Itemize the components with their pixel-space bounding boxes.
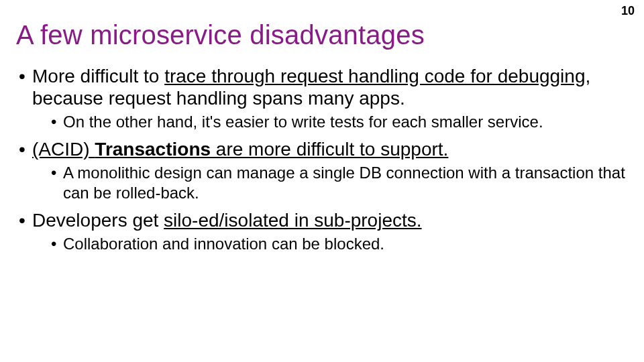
bullet-text-pre: (ACID)	[32, 139, 95, 160]
slide-title: A few microservice disadvantages	[16, 20, 628, 50]
bullet-text-pre: Developers get	[32, 210, 164, 231]
slide: 10 A few microservice disadvantages More…	[0, 0, 644, 362]
sub-bullet-list: Collaboration and innovation can be bloc…	[32, 234, 628, 253]
sub-bullet-list: On the other hand, it's easier to write …	[32, 112, 628, 131]
sub-bullet-item: Collaboration and innovation can be bloc…	[32, 234, 628, 253]
page-number: 10	[621, 4, 635, 18]
bullet-text-post: are more difficult to support.	[211, 139, 448, 160]
sub-bullet-list: A monolithic design can manage a single …	[32, 163, 628, 202]
bullet-text-pre: More difficult to	[32, 66, 164, 86]
bullet-text-bold: Transactions	[95, 139, 211, 160]
bullet-text-underlined: trace through request handling code for …	[164, 66, 585, 86]
bullet-item: More difficult to trace through request …	[16, 65, 628, 131]
sub-bullet-item: A monolithic design can manage a single …	[32, 163, 628, 202]
bullet-item: Developers get silo-ed/isolated in sub-p…	[16, 209, 628, 253]
bullet-text-underlined: silo-ed/isolated in sub-projects.	[164, 210, 421, 231]
sub-bullet-item: On the other hand, it's easier to write …	[32, 112, 628, 131]
bullet-text-underlined: (ACID) Transactions are more difficult t…	[32, 139, 448, 160]
bullet-item: (ACID) Transactions are more difficult t…	[16, 138, 628, 202]
bullet-list: More difficult to trace through request …	[16, 65, 628, 253]
